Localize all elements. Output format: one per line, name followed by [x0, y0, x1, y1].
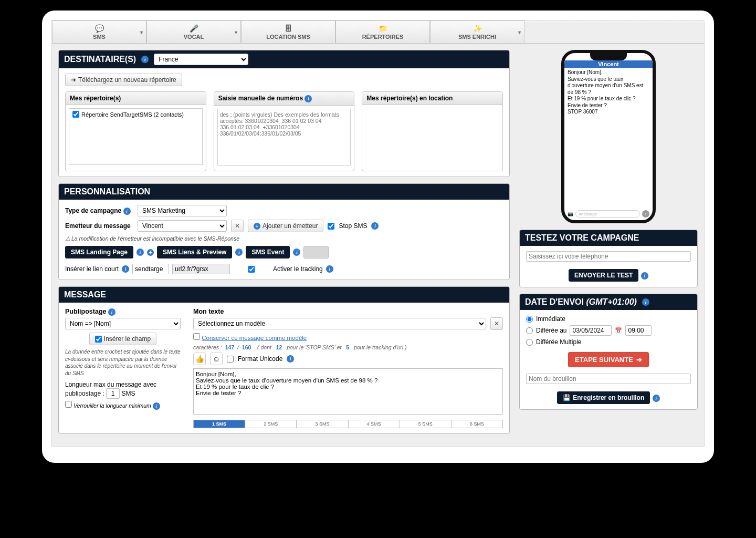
- chevron-right-icon: ➔: [636, 356, 642, 364]
- delete-model-button[interactable]: ✕: [490, 317, 503, 330]
- sms-landing-button[interactable]: SMS Landing Page: [65, 246, 133, 258]
- meter-seg: 6 SMS: [452, 420, 502, 428]
- send-test-button[interactable]: ENVOYER LE TEST: [569, 269, 638, 282]
- smiley-button[interactable]: ☺: [210, 353, 223, 365]
- save-model-link[interactable]: Conserver ce message comme modèle: [202, 335, 307, 341]
- draft-name-input[interactable]: [526, 374, 691, 384]
- tab-location[interactable]: 🗄LOCATION SMS: [241, 20, 335, 43]
- meter-seg: 5 SMS: [400, 420, 452, 428]
- message-textarea[interactable]: [193, 368, 503, 415]
- remove-emitter-button[interactable]: ✕: [231, 220, 244, 232]
- maxlen-input[interactable]: [106, 388, 120, 399]
- next-step-button[interactable]: ETAPE SUIVANTE ➔: [568, 352, 649, 367]
- phone-message: Bonjour [Nom], Saviez-vous que le taux d…: [564, 68, 653, 117]
- meter-seg: 3 SMS: [297, 420, 348, 428]
- info-icon[interactable]: i: [141, 56, 149, 63]
- country-select[interactable]: France: [154, 54, 248, 65]
- tracking-checkbox[interactable]: [233, 266, 270, 273]
- deferred-label: Différée au: [536, 327, 566, 334]
- type-campagne-label: Type de campagne: [65, 207, 121, 214]
- tab-repertoires[interactable]: 📁RÉPERTOIRES: [335, 20, 430, 43]
- publipostage-note: La donnée entre crochet est ajoutée dans…: [65, 348, 181, 377]
- panel-title: TESTEZ VOTRE CAMPAGNE: [525, 233, 639, 243]
- info-icon[interactable]: i: [153, 402, 160, 410]
- emetteur-select[interactable]: Vincent: [138, 220, 227, 232]
- wand-icon: ✨: [433, 24, 522, 33]
- subpanel-title: Mes répertoire(s) en location: [362, 92, 502, 105]
- info-icon[interactable]: i: [287, 355, 294, 363]
- publipostage-select[interactable]: Nom => [Nom]: [65, 318, 181, 329]
- meter-seg: 1 SMS: [194, 420, 245, 428]
- upload-repertoire-button[interactable]: ➜Téléchargez un nouveau répertoire: [65, 74, 182, 86]
- info-icon[interactable]: i: [235, 249, 243, 256]
- insert-link-label: Insérer le lien court: [65, 265, 119, 273]
- tracking-label: Activer le tracking: [273, 265, 323, 273]
- info-icon[interactable]: i: [371, 222, 379, 230]
- unicode-checkbox[interactable]: [227, 356, 234, 363]
- shortlink-name-input[interactable]: [132, 264, 169, 274]
- sms-liens-button[interactable]: SMS Liens & Preview: [157, 246, 232, 258]
- tab-sms[interactable]: 💬SMS▾: [52, 20, 146, 43]
- deferred-radio[interactable]: [526, 327, 533, 334]
- caret-down-icon[interactable]: ▾: [140, 29, 143, 35]
- add-emitter-button[interactable]: +Ajouter un émetteur: [248, 220, 323, 232]
- sms-event-button[interactable]: SMS Event: [246, 246, 290, 258]
- save-model-checkbox[interactable]: [193, 333, 200, 340]
- tab-vocal[interactable]: 🎤VOCAL▾: [146, 20, 241, 43]
- manual-numbers-input[interactable]: [217, 109, 351, 165]
- repertoire-checkbox[interactable]: [72, 111, 79, 118]
- model-select[interactable]: Sélectionnez un modèle: [193, 318, 486, 329]
- lock-min-checkbox[interactable]: [65, 401, 72, 408]
- publipostage-label: Publipostage: [65, 308, 106, 315]
- shortlink-url-input[interactable]: [172, 264, 230, 274]
- char-count: caractères : 147 / 160 ( dont 12 pour le…: [193, 344, 503, 350]
- top-tabs: 💬SMS▾ 🎤VOCAL▾ 🗄LOCATION SMS 📁RÉPERTOIRES…: [52, 20, 704, 44]
- date-input[interactable]: [570, 325, 612, 336]
- info-icon[interactable]: i: [108, 308, 116, 316]
- tab-enrichi[interactable]: ✨SMS ENRICHI▾: [430, 20, 524, 43]
- stop-sms-checkbox[interactable]: [328, 223, 334, 230]
- info-icon[interactable]: i: [136, 249, 144, 256]
- stop-sms-label: Stop SMS: [339, 222, 367, 230]
- info-icon[interactable]: i: [304, 95, 312, 102]
- deferred-multiple-radio[interactable]: [526, 339, 533, 346]
- test-phone-input[interactable]: [526, 251, 691, 262]
- info-icon[interactable]: i: [293, 249, 300, 256]
- chat-icon: 💬: [55, 24, 144, 33]
- info-icon[interactable]: i: [123, 208, 131, 215]
- list-item[interactable]: Répertoire SendTargetSMS (2 contacts): [70, 110, 201, 119]
- save-icon: 💾: [563, 394, 571, 401]
- panel-schedule: DATE D'ENVOI (GMT+01:00) i Immédiate Dif…: [519, 294, 698, 410]
- phone-notch: [590, 53, 627, 60]
- save-draft-button[interactable]: 💾 Enregistrer en brouillon: [557, 391, 650, 404]
- immediate-label: Immédiate: [536, 315, 565, 323]
- subpanel-title: Saisie manuelle de numéros: [218, 95, 303, 102]
- plus-icon[interactable]: +: [147, 249, 154, 256]
- calendar-icon[interactable]: [615, 327, 622, 334]
- mon-texte-label: Mon texte: [193, 308, 503, 315]
- info-icon[interactable]: i: [641, 272, 648, 280]
- immediate-radio[interactable]: [526, 316, 533, 323]
- emitter-warning: La modification de l'émetteur est incomp…: [71, 235, 239, 242]
- login-icon: ➜: [71, 76, 76, 84]
- type-campagne-select[interactable]: SMS Marketing: [138, 205, 227, 216]
- info-icon[interactable]: i: [653, 395, 660, 402]
- repertoire-list[interactable]: Répertoire SendTargetSMS (2 contacts): [69, 108, 203, 165]
- microphone-icon: 🎤: [149, 24, 238, 33]
- info-icon[interactable]: i: [122, 265, 129, 273]
- caret-down-icon[interactable]: ▾: [518, 29, 521, 35]
- info-icon[interactable]: i: [326, 265, 333, 273]
- panel-message: MESSAGE Publipostage i Nom => [Nom] Insé…: [58, 286, 510, 434]
- caret-down-icon[interactable]: ▾: [235, 29, 237, 35]
- deferred-multiple-label: Différée Multiple: [536, 338, 581, 346]
- time-input[interactable]: [625, 325, 652, 336]
- emoji-button[interactable]: 👍: [193, 353, 206, 365]
- panel-title: MESSAGE: [64, 290, 106, 299]
- phone-input-fake: iMessage: [575, 210, 640, 218]
- info-icon[interactable]: i: [642, 298, 649, 306]
- panel-title: DESTINATAIRE(S): [64, 55, 136, 64]
- insert-field-button[interactable]: Insérer le champ: [89, 333, 156, 345]
- sms-meter: 1 SMS 2 SMS 3 SMS 4 SMS 5 SMS 6 SMS: [193, 420, 503, 428]
- phone-sender: Vincent: [564, 60, 653, 68]
- insert-field-checkbox[interactable]: [95, 336, 102, 343]
